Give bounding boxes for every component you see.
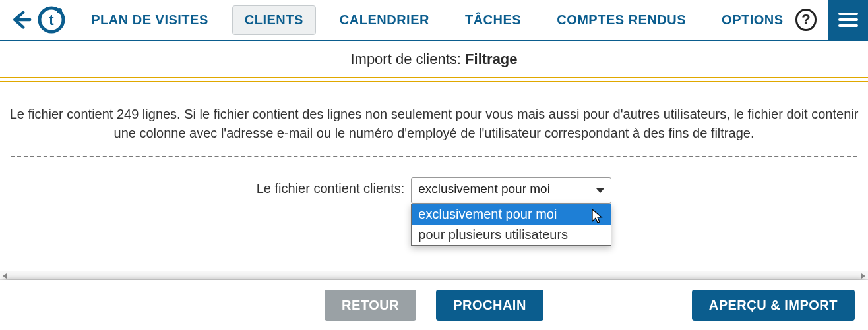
dropdown-option-label: pour plusieurs utilisateurs xyxy=(418,227,568,242)
app-logo[interactable]: t xyxy=(37,5,66,34)
nav-plan-visites[interactable]: PLAN DE VISITES xyxy=(79,6,220,34)
back-button[interactable] xyxy=(7,5,34,34)
topbar: t PLAN DE VISITES CLIENTS CALENDRIER TÂC… xyxy=(0,0,868,41)
nav-options[interactable]: OPTIONS xyxy=(710,6,795,34)
svg-text:t: t xyxy=(49,12,55,28)
file-scope-dropdown: exclusivement pour moi pour plusieurs ut… xyxy=(411,204,611,246)
file-scope-select-wrap: exclusivement pour moi exclusivement pou… xyxy=(411,177,611,204)
dashed-separator xyxy=(11,156,857,157)
nav-comptes-rendus[interactable]: COMPTES RENDUS xyxy=(545,6,698,34)
next-step-button[interactable]: PROCHAIN xyxy=(436,290,543,321)
page-title-strip: Import de clients: Filtrage xyxy=(0,41,868,78)
question-mark-icon: ? xyxy=(801,11,810,28)
help-button[interactable]: ? xyxy=(795,9,817,31)
preview-import-button[interactable]: APERÇU & IMPORT xyxy=(692,290,855,321)
file-scope-label: Le fichier contient clients: xyxy=(257,177,405,196)
nav-clients[interactable]: CLIENTS xyxy=(232,5,316,35)
dropdown-option-label: exclusivement pour moi xyxy=(418,207,557,221)
logo-icon: t xyxy=(37,5,66,34)
import-description: Le fichier contient 249 lignes. Si le fi… xyxy=(7,105,861,143)
action-bar: RETOUR PROCHAIN APERÇU & IMPORT xyxy=(0,280,868,330)
page-title-strong: Filtrage xyxy=(465,51,517,67)
nav-taches[interactable]: TÂCHES xyxy=(453,6,533,34)
back-step-button[interactable]: RETOUR xyxy=(325,290,416,321)
horizontal-scrollbar[interactable] xyxy=(0,271,868,280)
arrow-left-icon xyxy=(9,9,32,31)
menu-button[interactable] xyxy=(828,0,868,40)
file-scope-row: Le fichier contient clients: exclusiveme… xyxy=(7,177,861,204)
svg-point-2 xyxy=(57,8,62,13)
main-nav: PLAN DE VISITES CLIENTS CALENDRIER TÂCHE… xyxy=(79,5,795,35)
mouse-cursor-icon xyxy=(591,208,603,224)
page-title-prefix: Import de clients: xyxy=(350,51,465,67)
dropdown-option-exclusive[interactable]: exclusivement pour moi xyxy=(412,204,611,225)
content-area: Le fichier contient 249 lignes. Si le fi… xyxy=(0,82,868,204)
file-scope-select[interactable]: exclusivement pour moi xyxy=(411,177,611,204)
hamburger-icon xyxy=(838,13,858,27)
dropdown-option-multi[interactable]: pour plusieurs utilisateurs xyxy=(412,225,611,245)
nav-calendrier[interactable]: CALENDRIER xyxy=(328,6,441,34)
